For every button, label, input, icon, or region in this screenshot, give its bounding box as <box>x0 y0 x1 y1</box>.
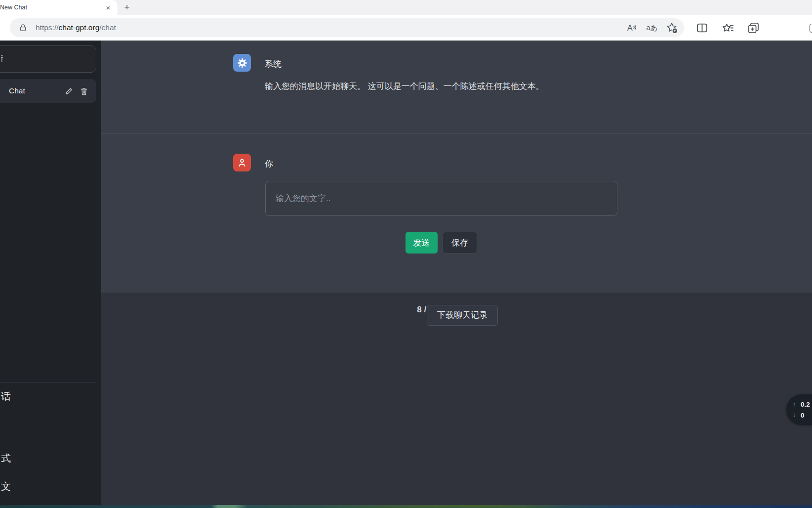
up-arrow-icon: ↑ <box>793 401 799 408</box>
tab-title: New Chat <box>0 4 104 11</box>
new-chat-button[interactable]: 新 <box>0 45 96 73</box>
browser-chrome: New Chat × + https://chat-gpt.org/chat A <box>0 0 812 41</box>
button-row: 发送 保存 <box>265 232 617 254</box>
download-speed-row: ↓ 0 <box>793 410 812 421</box>
lock-icon <box>18 23 28 33</box>
bottom-color-strip <box>0 505 812 508</box>
split-screen-icon[interactable] <box>694 20 709 35</box>
send-button[interactable]: 发送 <box>406 232 438 254</box>
upload-speed-value: 0.2 <box>801 401 810 408</box>
browser-tab[interactable]: New Chat × <box>0 0 118 15</box>
chat-item-label: Chat <box>9 86 58 95</box>
sidebar-menu-item-1[interactable]: 式 <box>1 451 11 465</box>
read-aloud-icon[interactable]: A <box>625 20 640 35</box>
system-role-name: 系统 <box>265 58 282 70</box>
collections-icon[interactable] <box>746 20 761 35</box>
edit-icon[interactable] <box>64 86 74 96</box>
sidebar-divider <box>0 382 96 382</box>
system-avatar <box>233 54 251 72</box>
delete-icon[interactable] <box>79 86 89 96</box>
save-button[interactable]: 保存 <box>443 232 477 254</box>
system-message-section: 系统 输入您的消息以开始聊天。 这可以是一个问题、一个陈述或任何其他文本。 <box>101 41 812 133</box>
url-path: /chat <box>99 23 116 32</box>
new-tab-button[interactable]: + <box>122 2 132 13</box>
translate-icon[interactable]: aあ <box>645 20 659 35</box>
upload-speed-row: ↑ 0.2 <box>793 399 812 410</box>
gear-icon <box>237 57 248 69</box>
new-chat-label-fragment: 新 <box>1 54 4 65</box>
url-scheme: https:// <box>36 23 59 32</box>
favorites-icon[interactable] <box>720 20 735 35</box>
tab-close-icon[interactable]: × <box>104 3 113 12</box>
app-window: New Chat × + https://chat-gpt.org/chat A <box>0 0 812 508</box>
sidebar-chat-item[interactable]: Chat <box>0 79 96 103</box>
user-message-section: 你 发送 保存 <box>101 133 812 293</box>
add-favorite-icon[interactable] <box>664 20 679 35</box>
download-speed-value: 0 <box>801 412 805 419</box>
url-host: chat-gpt.org <box>59 23 100 32</box>
download-chat-button[interactable]: 下载聊天记录 <box>427 305 498 326</box>
sidebar-menu-item-0[interactable]: 话 <box>1 389 11 403</box>
message-input[interactable] <box>265 181 617 216</box>
svg-text:A: A <box>627 24 633 32</box>
user-role-name: 你 <box>265 158 273 169</box>
partial-toolbar-icon[interactable] <box>810 24 812 33</box>
sidebar: 新 Chat 话 式 文 <box>0 41 101 508</box>
user-avatar <box>233 154 251 171</box>
system-message-text: 输入您的消息以开始聊天。 这可以是一个问题、一个陈述或任何其他文本。 <box>265 81 782 92</box>
down-arrow-icon: ↓ <box>793 412 799 419</box>
sidebar-menu-item-2[interactable]: 文 <box>1 479 11 493</box>
chat-main: 系统 输入您的消息以开始聊天。 这可以是一个问题、一个陈述或任何其他文本。 你 … <box>101 41 812 508</box>
browser-toolbar: https://chat-gpt.org/chat A aあ <box>0 15 812 41</box>
tab-strip: New Chat × + <box>0 0 812 15</box>
url-text: https://chat-gpt.org/chat <box>36 23 116 32</box>
address-bar[interactable]: https://chat-gpt.org/chat A aあ <box>10 18 684 37</box>
person-icon <box>237 157 247 168</box>
